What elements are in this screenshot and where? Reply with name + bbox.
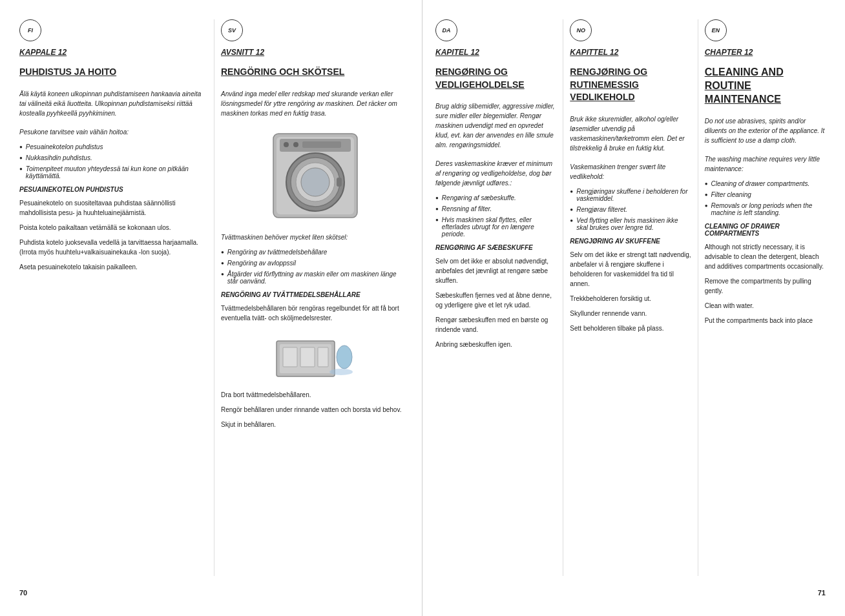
intro-no: Bruk ikke skuremidler, alkohol og/eller … [570, 114, 691, 153]
section-header-da: RENGØRING AF SÆBESKUFFE [435, 244, 556, 251]
chapter-title-da: RENGØRING OG VEDLIGEHOLDELSE [435, 66, 556, 91]
page-number-left: 70 [19, 576, 409, 597]
body-no-0: Selv om det ikke er strengt tatt nødvend… [570, 250, 691, 289]
svg-rect-13 [283, 347, 297, 367]
svg-point-17 [329, 369, 353, 375]
chapter-title-fi: PUHDISTUS JA HOITO [19, 66, 207, 79]
lang-badge-sv: SV [221, 19, 243, 41]
chapter-title-en: CLEANING AND ROUTINE MAINTENANCE [705, 66, 826, 106]
svg-rect-15 [318, 347, 328, 367]
body-no-2: Skyllunder rennende vann. [570, 309, 691, 318]
drawer-image [221, 328, 409, 386]
column-fi: FI KAPPALE 12 PUHDISTUS JA HOITO Älä käy… [19, 19, 214, 576]
body-da-0: Selv om det ikke er absolut nødvendigt, … [435, 256, 556, 285]
body-no-3: Sett beholderen tilbake på plass. [570, 323, 691, 333]
body-sv-0: Tvättmedelsbehållaren bör rengöras regel… [221, 303, 409, 323]
body-no-1: Trekkbeholderen forsiktig ut. [570, 294, 691, 303]
bullet-no-1: Rengjørav filteret. [570, 206, 691, 213]
column-no: NO KAPITTEL 12 RENGJØRING OG RUTINEMESSI… [563, 19, 698, 576]
svg-point-6 [301, 168, 329, 196]
svg-point-16 [337, 345, 352, 369]
bullet-fi-2: Toimenpiteet muuton yhteydessä tai kun k… [19, 165, 207, 180]
body-da-3: Anbring sæbeskuffen igen. [435, 340, 556, 349]
body-en-0: Although not strictly necessary, it is a… [705, 242, 826, 271]
svg-rect-10 [302, 141, 341, 148]
sub1-da: Deres vaskemaskine kræver et minimum af … [435, 159, 556, 188]
svg-rect-14 [300, 347, 315, 367]
body-sv-2: Rengör behållaren under rinnande vatten … [221, 405, 409, 415]
body-sv-1: Dra bort tvättmedelsbehållaren. [221, 390, 409, 400]
body-da-1: Sæbeskuffen fjernes ved at åbne denne, o… [435, 291, 556, 310]
bullet-no-0: Rengjøringav skuffene i beholderen for v… [570, 188, 691, 202]
chapter-label-da: KAPITEL 12 [435, 48, 556, 57]
body-en-2: Clean with water. [705, 301, 826, 311]
chapter-label-sv: AVSNITT 12 [221, 48, 409, 57]
section-header-en: CLEANING OF DRAWER COMPARTMENTS [705, 223, 826, 237]
column-en: EN CHAPTER 12 CLEANING AND ROUTINE MAINT… [698, 19, 826, 576]
lang-badge-fi: FI [19, 19, 41, 41]
body-da-2: Rengør sæbeskuffen med en børste og rind… [435, 315, 556, 334]
intro-en: Do not use abrasives, spirits and/or dil… [705, 116, 826, 145]
lang-badge-no: NO [570, 19, 592, 41]
bullet-sv-1: Rengöring av avloppssil [221, 260, 409, 267]
intro-fi: Älä käytä koneen ulkopinnan puhdistamise… [19, 89, 207, 118]
page-number-right: 71 [435, 576, 826, 597]
lang-badge-da: DA [435, 19, 457, 41]
bullet-fi-1: Nukkasihdin puhdistus. [19, 154, 207, 161]
bullet-fi-0: Pesuainekotelon puhdistus [19, 143, 207, 150]
section-header-no: RENGJØRING AV SKUFFENE [570, 238, 691, 245]
intro-sv: Använd inga medel eller redskap med skur… [221, 89, 409, 118]
section-header-fi: PESUAINEKOTELON PUHDISTUS [19, 186, 207, 193]
body-sv-3: Skjut in behållaren. [221, 420, 409, 429]
chapter-title-no: RENGJØRING OG RUTINEMESSIG VEDLIKEHOLD [570, 66, 691, 104]
chapter-label-en: CHAPTER 12 [705, 48, 826, 57]
bullet-sv-2: Åtgärder vid förflyttning av maskin elle… [221, 271, 409, 285]
svg-point-9 [293, 142, 298, 147]
sub1-en: The washing machine requires very little… [705, 154, 826, 174]
intro-da: Brug aldrig slibemidler, aggressive midl… [435, 101, 556, 150]
bullet-sv-0: Rengöring av tvättmedelsbehållare [221, 249, 409, 256]
bullet-en-0: Cleaning of drawer compartments. [705, 180, 826, 187]
body-fi-2: Puhdista kotelo juoksevalla vedellä ja t… [19, 238, 207, 257]
lang-badge-en: EN [705, 19, 727, 41]
bullet-da-1: Rensning af filter. [435, 205, 556, 212]
body-fi-1: Poista kotelo paikaltaan vetämällä se ko… [19, 223, 207, 232]
section-header-sv: RENGÖRING AV TVÄTTMEDELSBEHÅLLARE [221, 291, 409, 298]
body-fi-3: Aseta pesuainekotelo takaisin paikalleen… [19, 262, 207, 272]
svg-point-8 [284, 142, 289, 147]
chapter-label-no: KAPITTEL 12 [570, 48, 691, 57]
bullet-en-1: Filter cleaning [705, 191, 826, 198]
bullet-no-2: Ved flytting eller hvis maskinen ikke sk… [570, 217, 691, 231]
body-fi-0: Pesuainekotelo on suositeltavaa puhdista… [19, 198, 207, 218]
bullet-da-0: Rengøring af sæbeskuffe. [435, 194, 556, 201]
washing-machine-image [221, 127, 409, 227]
sub1-no: Vaskemaskinen trenger svært lite vedlike… [570, 162, 691, 181]
chapter-title-sv: RENGÖRING OCH SKÖTSEL [221, 66, 409, 79]
svg-rect-7 [337, 178, 342, 187]
column-da: DA KAPITEL 12 RENGØRING OG VEDLIGEHOLDEL… [435, 19, 563, 576]
chapter-label-fi: KAPPALE 12 [19, 48, 207, 57]
body-en-1: Remove the compartments by pulling gentl… [705, 276, 826, 296]
sub1-fi: Pesukone tarvitsee vain vähän hoitoa: [19, 127, 207, 137]
sub1-sv: Tvättmaskinen behöver mycket liten sköts… [221, 232, 409, 242]
bullet-en-2: Removals or long periods when the machin… [705, 202, 826, 216]
bullet-da-2: Hvis maskinen skal flyttes, eller efterl… [435, 216, 556, 238]
column-sv: SV AVSNITT 12 RENGÖRING OCH SKÖTSEL Anvä… [214, 19, 409, 576]
body-en-3: Put the compartments back into place [705, 316, 826, 325]
